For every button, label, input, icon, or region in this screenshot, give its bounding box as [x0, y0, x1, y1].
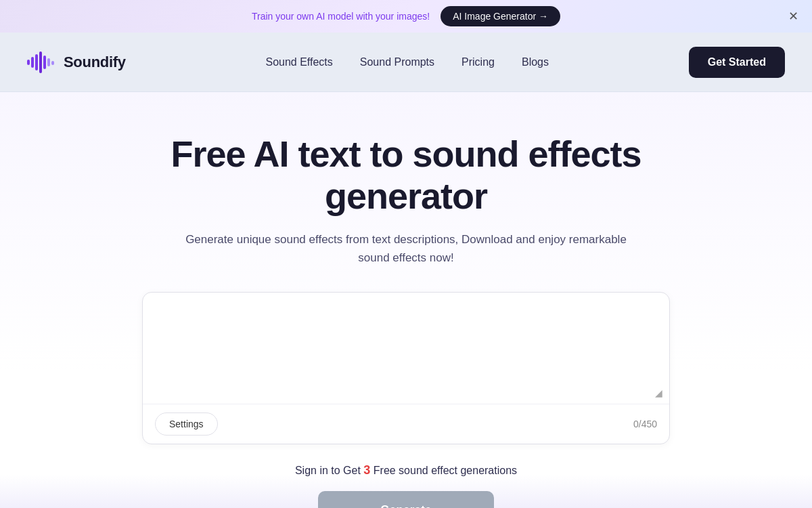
logo-icon [27, 50, 57, 75]
signin-text-post: Free sound effect generations [370, 465, 517, 476]
char-count-display: 0/450 [633, 419, 657, 429]
svg-rect-5 [47, 58, 50, 66]
get-started-button[interactable]: Get Started [689, 47, 785, 78]
logo-text: Soundify [64, 54, 126, 71]
nav-link-sound-effects[interactable]: Sound Effects [265, 56, 332, 68]
logo-link[interactable]: Soundify [27, 50, 126, 75]
nav-link-pricing[interactable]: Pricing [461, 56, 495, 68]
nav-link-blogs[interactable]: Blogs [522, 56, 549, 68]
nav-item-blogs[interactable]: Blogs [522, 56, 549, 68]
svg-rect-3 [39, 51, 42, 73]
signin-prompt: Sign in to Get 3 Free sound effect gener… [295, 463, 517, 478]
hero-title: Free AI text to sound effects generator [102, 133, 710, 217]
svg-rect-1 [31, 57, 34, 68]
announcement-text: Train your own AI model with your images… [252, 11, 430, 22]
nav-item-pricing[interactable]: Pricing [461, 56, 495, 68]
hero-section: Free AI text to sound effects generator … [0, 92, 812, 508]
hero-subtitle: Generate unique sound effects from text … [176, 230, 636, 267]
free-count: 3 [363, 463, 370, 477]
nav-item-sound-effects[interactable]: Sound Effects [265, 56, 332, 68]
svg-rect-6 [51, 61, 54, 65]
close-announcement-button[interactable]: ✕ [788, 10, 798, 22]
nav-links: Sound Effects Sound Prompts Pricing Blog… [265, 56, 549, 68]
nav-link-sound-prompts[interactable]: Sound Prompts [360, 56, 434, 68]
settings-button[interactable]: Settings [155, 412, 218, 436]
announcement-cta-button[interactable]: AI Image Generator → [441, 6, 560, 26]
text-area-footer: Settings 0/450 [143, 404, 669, 444]
nav-item-sound-prompts[interactable]: Sound Prompts [360, 56, 434, 68]
svg-rect-4 [43, 56, 46, 69]
generate-button[interactable]: Generate [318, 491, 494, 508]
signin-text-pre: Sign in to Get [295, 465, 363, 476]
sound-description-input[interactable] [158, 306, 654, 387]
svg-rect-0 [27, 60, 30, 65]
announcement-bar: Train your own AI model with your images… [0, 0, 812, 33]
resize-handle-icon: ◢ [655, 387, 662, 398]
navbar: Soundify Sound Effects Sound Prompts Pri… [0, 33, 812, 92]
text-input-container: ◢ Settings 0/450 [142, 292, 670, 444]
svg-rect-2 [35, 54, 38, 70]
hero-content: Free AI text to sound effects generator … [14, 133, 798, 508]
text-input-inner: ◢ [143, 293, 669, 404]
